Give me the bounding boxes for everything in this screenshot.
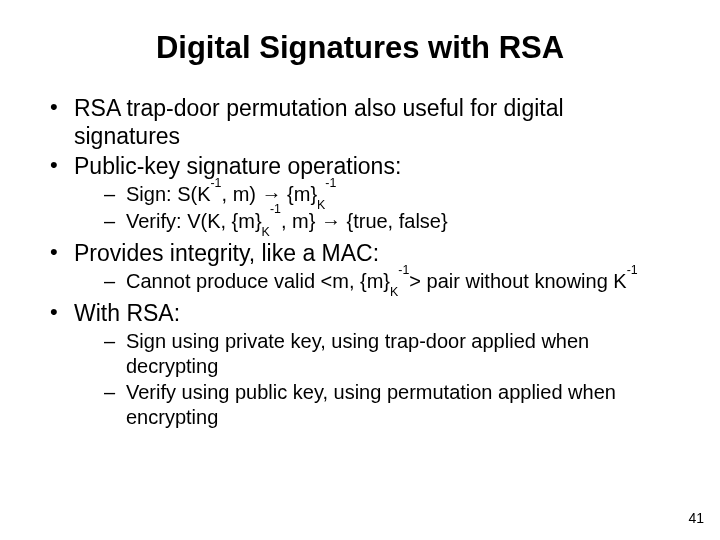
sub-list: Sign: S(K-1, m) → {m}K-1 Verify: V(K, {m… [74, 182, 676, 233]
slide-title: Digital Signatures with RSA [44, 30, 676, 66]
text: , m) [222, 183, 262, 205]
text: Sign: S(K [126, 183, 210, 205]
superscript: -1 [210, 176, 221, 190]
text: Verify: V(K, {m} [126, 210, 262, 232]
bullet-with-rsa: With RSA: Sign using private key, using … [44, 299, 676, 429]
bullet-text: Public-key signature operations: [74, 153, 401, 179]
superscript: -1 [627, 263, 638, 277]
arrow-icon: → [321, 210, 341, 232]
bullet-pubkey-ops: Public-key signature operations: Sign: S… [44, 152, 676, 233]
bullet-list: RSA trap-door permutation also useful fo… [44, 94, 676, 429]
sub-verify: Verify: V(K, {m}K-1, m} → {true, false} [74, 209, 676, 233]
slide: Digital Signatures with RSA RSA trap-doo… [0, 0, 720, 540]
text: Sign using private key, using trap-door … [126, 330, 589, 376]
sub-list: Cannot produce valid <m, {m}K-1> pair wi… [74, 269, 676, 293]
superscript: -1 [325, 176, 336, 190]
sub-list: Sign using private key, using trap-door … [74, 329, 676, 429]
text: Cannot produce valid <m, {m} [126, 270, 390, 292]
bullet-rsa-trapdoor: RSA trap-door permutation also useful fo… [44, 94, 676, 150]
text: , m} [281, 210, 321, 232]
page-number: 41 [688, 510, 704, 526]
sub-verify-public: Verify using public key, using permutati… [74, 380, 676, 429]
text: {true, false} [341, 210, 448, 232]
sub-sign-private: Sign using private key, using trap-door … [74, 329, 676, 378]
bullet-integrity: Provides integrity, like a MAC: Cannot p… [44, 239, 676, 293]
text: Verify using public key, using permutati… [126, 381, 616, 427]
bullet-text: RSA trap-door permutation also useful fo… [74, 95, 564, 149]
subscript: K [262, 225, 270, 239]
bullet-text: Provides integrity, like a MAC: [74, 240, 379, 266]
text: {m} [282, 183, 318, 205]
subscript: K [390, 285, 398, 299]
sub-cannot-produce: Cannot produce valid <m, {m}K-1> pair wi… [74, 269, 676, 293]
bullet-text: With RSA: [74, 300, 180, 326]
superscript: -1 [398, 263, 409, 277]
text: > pair without knowing K [409, 270, 626, 292]
superscript: -1 [270, 202, 281, 216]
sub-sign: Sign: S(K-1, m) → {m}K-1 [74, 182, 676, 206]
